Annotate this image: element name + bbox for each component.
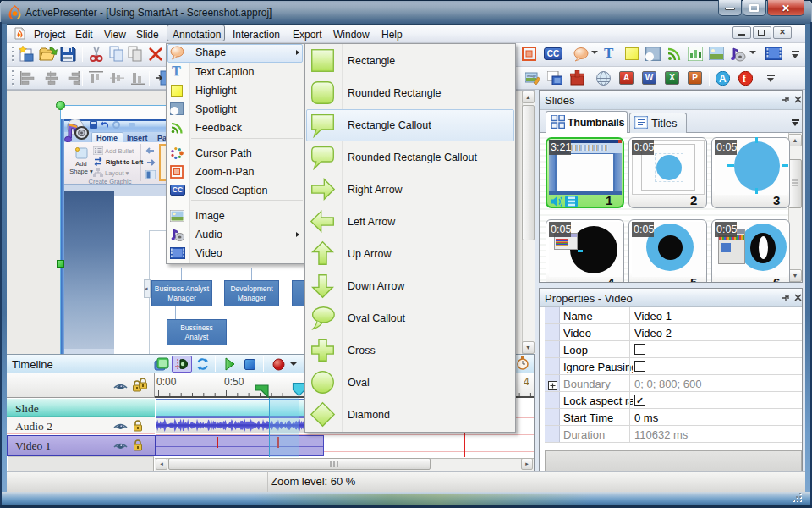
svg-text:A: A	[719, 73, 727, 85]
svg-text:image: image	[527, 74, 537, 78]
